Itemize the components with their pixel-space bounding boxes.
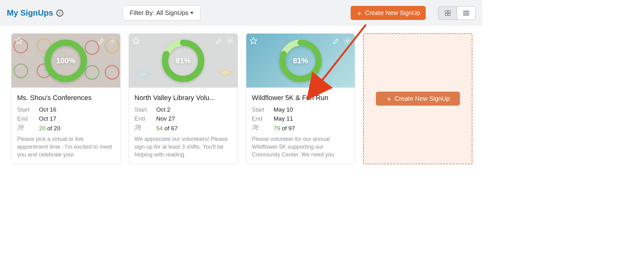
progress-percent: 81% [278, 39, 323, 83]
edit-icon[interactable] [332, 36, 340, 45]
end-label: End [135, 115, 156, 122]
star-icon[interactable] [15, 36, 23, 45]
svg-point-31 [253, 125, 256, 127]
svg-point-25 [136, 125, 138, 127]
card-hero: 81% [246, 34, 355, 88]
create-signup-placeholder-label: Create New SignUp [395, 95, 450, 102]
svg-point-28 [346, 40, 348, 42]
svg-marker-15 [16, 37, 22, 44]
end-value: Oct 17 [39, 115, 56, 122]
star-icon[interactable] [249, 36, 258, 45]
svg-marker-27 [250, 37, 257, 44]
edit-icon[interactable] [215, 36, 223, 45]
card-title: Ms. Shou's Conferences [17, 94, 115, 102]
card-body: North Valley Library Volu... StartOct 2 … [129, 88, 238, 164]
gear-icon[interactable] [226, 36, 234, 45]
signup-card[interactable]: 81% North Valley Library Volu... StartOc… [129, 33, 238, 164]
svg-point-19 [18, 125, 21, 127]
filter-prefix: Filter By: [130, 9, 154, 17]
card-hero: 81% [129, 34, 238, 88]
gear-icon[interactable] [109, 36, 117, 45]
gear-icon[interactable] [343, 36, 352, 45]
card-title: North Valley Library Volu... [135, 94, 232, 102]
card-description: Please volunteer for our annual Wildflow… [252, 135, 349, 159]
svg-rect-1 [448, 11, 450, 13]
chevron-down-icon [190, 12, 193, 14]
count-value: 54 of 67 [156, 125, 178, 132]
filter-dropdown[interactable]: Filter By: All SignUps [123, 5, 201, 21]
start-label: Start [17, 106, 39, 113]
create-signup-placeholder[interactable]: ＋ Create New SignUp [363, 33, 472, 164]
end-label: End [17, 115, 39, 122]
info-icon[interactable]: i [56, 10, 63, 17]
svg-marker-21 [133, 37, 140, 44]
view-toggle [438, 6, 476, 20]
create-signup-placeholder-button[interactable]: ＋ Create New SignUp [376, 92, 460, 106]
progress-donut: 81% [278, 39, 323, 83]
page-title-text: My SignUps [7, 8, 53, 18]
card-hero: 100% [12, 34, 120, 88]
start-value: Oct 2 [156, 106, 170, 113]
grid-icon [445, 10, 451, 16]
create-signup-button[interactable]: ＋ Create New SignUp [351, 6, 426, 20]
create-signup-label: Create New SignUp [365, 9, 420, 17]
svg-point-32 [256, 126, 258, 128]
star-icon[interactable] [132, 36, 140, 45]
signup-card[interactable]: 81% Wildflower 5K & Fun Run StartMay 10 … [246, 33, 355, 164]
start-value: May 10 [274, 106, 293, 113]
header-bar: My SignUps i Filter By: All SignUps ＋ Cr… [0, 0, 482, 26]
card-title: Wildflower 5K & Fun Run [252, 94, 349, 102]
start-label: Start [252, 106, 274, 113]
menu-icon [463, 10, 470, 16]
card-body: Ms. Shou's Conferences StartOct 16 EndOc… [12, 88, 120, 164]
progress-percent: 81% [161, 39, 205, 83]
end-value: Nov 27 [156, 115, 175, 122]
progress-percent: 100% [44, 39, 88, 83]
plus-icon: ＋ [356, 10, 362, 16]
count-value: 79 of 97 [274, 125, 295, 132]
people-icon [135, 124, 156, 132]
page-title: My SignUps i [7, 8, 63, 18]
card-description: We appreciate our volunteers! Please sig… [135, 135, 232, 159]
svg-point-20 [21, 126, 24, 128]
list-view-button[interactable] [457, 7, 475, 20]
svg-rect-0 [445, 11, 447, 13]
svg-point-22 [229, 40, 231, 42]
svg-point-9 [14, 64, 28, 78]
plus-icon: ＋ [386, 96, 392, 102]
card-body: Wildflower 5K & Fun Run StartMay 10 EndM… [246, 88, 355, 164]
grid-view-button[interactable] [438, 7, 457, 20]
end-label: End [252, 115, 274, 122]
edit-icon[interactable] [97, 36, 106, 45]
count-value: 20 of 20 [39, 125, 60, 132]
svg-point-16 [112, 40, 114, 42]
svg-point-14 [105, 65, 119, 79]
progress-donut: 81% [161, 39, 205, 83]
svg-rect-2 [445, 13, 447, 16]
end-value: May 11 [274, 115, 293, 122]
progress-donut: 100% [44, 39, 88, 83]
people-icon [17, 124, 39, 132]
start-label: Start [135, 106, 156, 113]
cards-container: 100% Ms. Shou's Conferences StartOct 16 … [0, 26, 482, 169]
people-icon [252, 124, 274, 132]
svg-point-26 [139, 126, 141, 128]
signup-card[interactable]: 100% Ms. Shou's Conferences StartOct 16 … [11, 33, 121, 164]
card-description: Please pick a virtual or live appointmen… [17, 135, 115, 159]
filter-value: All SignUps [156, 9, 188, 17]
svg-rect-3 [448, 13, 450, 16]
start-value: Oct 16 [39, 106, 56, 113]
